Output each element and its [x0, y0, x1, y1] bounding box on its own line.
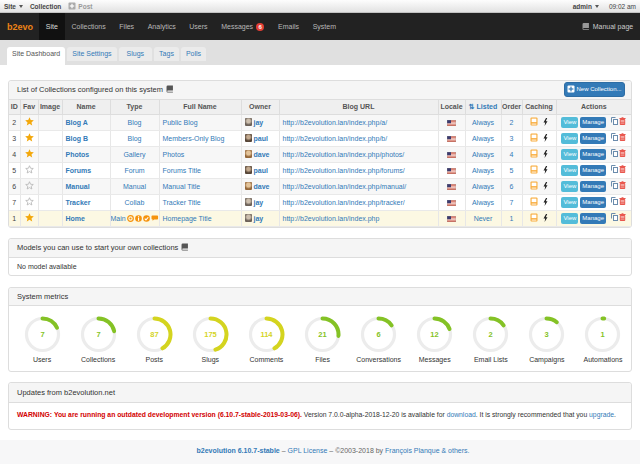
svg-text:12: 12	[431, 330, 439, 339]
svg-text:87: 87	[150, 330, 158, 339]
svg-text:175: 175	[204, 330, 217, 339]
svg-text:1: 1	[601, 330, 605, 339]
svg-text:3: 3	[545, 330, 549, 339]
svg-text:7: 7	[96, 330, 100, 339]
svg-text:2: 2	[489, 330, 493, 339]
svg-text:114: 114	[260, 330, 273, 339]
svg-text:21: 21	[318, 330, 326, 339]
svg-text:7: 7	[40, 330, 44, 339]
svg-text:6: 6	[377, 330, 381, 339]
